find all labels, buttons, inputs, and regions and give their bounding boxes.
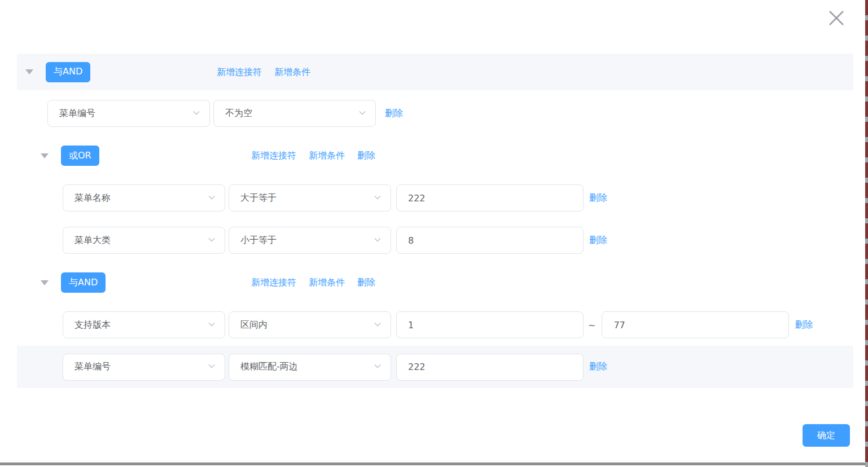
chevron-down-icon [374,235,382,246]
range-separator: ~ [588,320,595,331]
chevron-down-icon [208,235,216,246]
delete-condition-link[interactable]: 删除 [385,108,403,120]
chevron-down-icon [208,362,216,372]
operator-select-value: 小于等于 [240,235,277,246]
add-connector-link[interactable]: 新增连接符 [217,66,262,78]
operator-select[interactable]: 不为空 [213,100,376,127]
condition-builder-dialog: 与AND 新增连接符 新增条件 菜单编号 不为空 删除 或OR 新增连接符 新增… [0,54,868,388]
condition-row: 菜单编号 模糊匹配-两边 删除 [17,346,853,388]
chevron-down-icon [192,108,200,119]
field-select[interactable]: 菜单编号 [47,100,210,127]
chevron-down-icon [374,362,382,372]
bottom-window-edge [0,462,865,465]
chevron-down-icon [208,320,216,331]
delete-condition-link[interactable]: 删除 [589,235,607,246]
condition-row: 菜单大类 小于等于 删除 [63,227,868,254]
confirm-button[interactable]: 确定 [803,424,850,447]
collapse-caret-icon[interactable] [25,69,33,75]
collapse-caret-icon[interactable] [41,153,49,158]
value-input[interactable] [396,227,584,254]
operator-select-value: 区间内 [240,319,268,331]
field-select-value: 菜单编号 [74,361,111,373]
field-select-value: 支持版本 [74,319,111,331]
condition-row: 菜单名称 大于等于 删除 [63,184,868,212]
group-header-and: 与AND 新增连接符 新增条件 删除 [0,272,868,293]
add-condition-link[interactable]: 新增条件 [309,150,345,162]
field-select-value: 菜单名称 [74,192,111,204]
delete-condition-link[interactable]: 删除 [589,361,607,373]
field-select[interactable]: 菜单大类 [63,227,225,254]
add-connector-link[interactable]: 新增连接符 [251,277,296,289]
chevron-down-icon [358,108,366,119]
connector-button-and[interactable]: 与AND [46,62,90,82]
add-condition-link[interactable]: 新增条件 [309,277,345,289]
operator-select-value: 不为空 [225,108,252,120]
operator-select-value: 大于等于 [240,192,277,204]
collapse-caret-icon[interactable] [41,280,49,285]
operator-select[interactable]: 区间内 [229,311,391,338]
value-input[interactable] [396,184,584,212]
delete-group-link[interactable]: 删除 [357,150,375,162]
group-header-or: 或OR 新增连接符 新增条件 删除 [0,146,868,166]
connector-button-or[interactable]: 或OR [61,146,99,166]
field-select[interactable]: 菜单编号 [63,354,225,381]
add-condition-link[interactable]: 新增条件 [274,66,310,78]
close-icon [828,10,845,29]
field-select-value: 菜单大类 [74,235,111,246]
chevron-down-icon [374,193,382,204]
field-select-value: 菜单编号 [59,108,95,120]
delete-condition-link[interactable]: 删除 [589,192,607,204]
field-select[interactable]: 菜单名称 [63,184,225,212]
delete-condition-link[interactable]: 删除 [795,319,813,331]
operator-select[interactable]: 小于等于 [229,227,391,254]
operator-select[interactable]: 大于等于 [229,184,391,212]
range-to-input[interactable] [602,311,789,338]
close-button[interactable] [827,10,846,29]
condition-row: 菜单编号 不为空 删除 [47,100,868,127]
chevron-down-icon [208,193,216,204]
range-from-input[interactable] [396,311,584,338]
chevron-down-icon [374,320,382,331]
condition-row-range: 支持版本 区间内 ~ 删除 [63,311,868,338]
connector-button-and[interactable]: 与AND [61,272,106,293]
group-header-root-and: 与AND 新增连接符 新增条件 [17,54,853,90]
delete-group-link[interactable]: 删除 [357,277,375,289]
add-connector-link[interactable]: 新增连接符 [251,150,296,162]
operator-select-value: 模糊匹配-两边 [240,361,298,373]
value-input[interactable] [396,354,584,381]
field-select[interactable]: 支持版本 [63,311,225,338]
operator-select[interactable]: 模糊匹配-两边 [229,354,391,381]
right-window-edge [865,0,868,467]
